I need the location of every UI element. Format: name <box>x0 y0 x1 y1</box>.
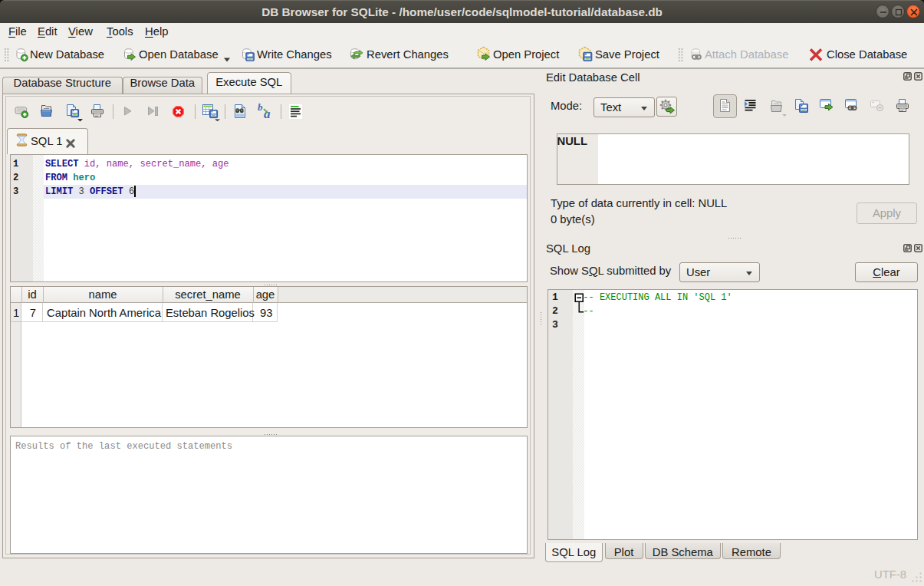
svg-text:b: b <box>258 103 263 113</box>
